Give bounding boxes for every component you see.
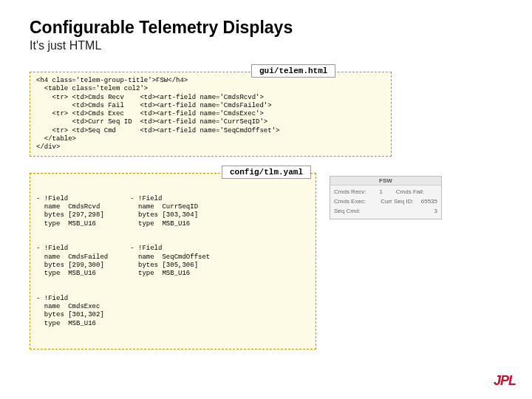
- preview-row: Cmds Exec: Curr Seq ID: 65535: [334, 197, 437, 207]
- file-label-yaml: config/tlm.yaml: [222, 166, 311, 179]
- page-title: Configurable Telemetry Displays: [30, 18, 502, 38]
- yaml-col-1: - !Field name CmdsRcvd bytes [297,298] t…: [36, 195, 108, 328]
- file-label-html: gui/telem.html: [251, 64, 335, 78]
- code-block-html: <h4 class='telem-group-title'>FSW</h4> <…: [30, 72, 392, 157]
- code-block-yaml: - !Field name CmdsRcvd bytes [297,298] t…: [30, 173, 316, 349]
- preview-value: 65535: [421, 197, 437, 207]
- preview-label: Cmds Recv:: [334, 188, 366, 197]
- preview-label: Cmds Fail:: [396, 188, 424, 197]
- jpl-logo: JPL: [494, 373, 516, 389]
- preview-value: 1: [379, 188, 382, 197]
- yaml-col-2: - !Field name CurrSeqID bytes [303,304] …: [130, 195, 210, 328]
- preview-row: Cmds Recv: 1 Cmds Fail:: [334, 188, 437, 197]
- preview-title: FSW: [330, 177, 441, 185]
- preview-label: Seq Cmd:: [334, 207, 361, 216]
- preview-row: Seq Cmd: 3: [334, 207, 437, 216]
- preview-value: 3: [434, 207, 437, 216]
- preview-label: Cmds Exec:: [334, 197, 366, 207]
- page-subtitle: It's just HTML: [30, 39, 502, 52]
- preview-panel: FSW Cmds Recv: 1 Cmds Fail: Cmds Exec: C…: [330, 176, 442, 219]
- preview-label: Curr Seq ID:: [381, 197, 413, 207]
